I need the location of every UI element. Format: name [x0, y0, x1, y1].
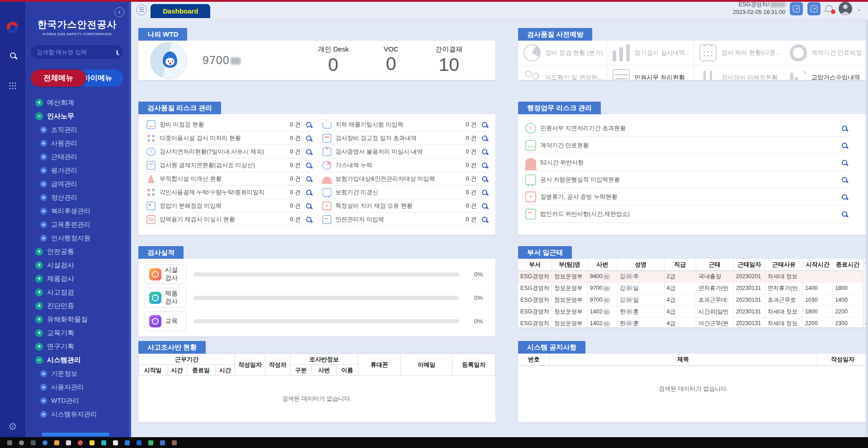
sidebar-menu-item[interactable]: 인사노무 [25, 109, 129, 123]
expand-icon[interactable] [40, 208, 47, 215]
risk-item[interactable]: 민원사무 지연처리기간 초과현황 [525, 120, 847, 137]
magnifier-icon[interactable] [482, 149, 487, 154]
magnifier-icon[interactable] [842, 177, 847, 182]
risk-item[interactable]: 부적합시설 미개선 현황 0 건 [146, 172, 311, 186]
sidebar-menu-item[interactable]: 사용자관리 [25, 380, 129, 394]
expand-icon[interactable] [40, 181, 47, 187]
risk-item[interactable]: 안전관리자 미입력 0 건 [322, 213, 487, 226]
sidebar-menu-item[interactable]: 제품검사 [25, 272, 129, 285]
prevention-tile[interactable]: 검사장비 미배정현황 [694, 65, 784, 80]
sidebar-menu-item[interactable]: 연구기획 [25, 340, 129, 353]
sidebar-menu-item[interactable]: 기준정보 [25, 367, 129, 380]
sidebar-menu-item[interactable]: 진단인증 [25, 299, 129, 313]
taskbar-icon[interactable] [172, 440, 177, 445]
magnifier-icon[interactable] [842, 211, 847, 217]
tab-dashboard[interactable]: Dashboard [151, 4, 210, 18]
sidebar-menu-item[interactable]: 인사행정지원 [25, 231, 129, 245]
magnifier-icon[interactable] [482, 203, 487, 209]
col-header[interactable]: 근태사유 [765, 259, 803, 271]
risk-item[interactable]: 지하 매몰기밀시험 미입력 0 건 [322, 118, 487, 131]
col-header[interactable]: 근태 [696, 259, 733, 271]
gear-icon[interactable]: ⚙ [8, 421, 17, 433]
col-header[interactable]: 근태일자 [733, 259, 765, 271]
magnifier-icon[interactable] [306, 190, 311, 195]
magnifier-icon[interactable] [306, 122, 311, 127]
expand-icon[interactable] [35, 329, 43, 337]
risk-item[interactable]: 법인카드 위반사항(시간,제한업소) [525, 205, 847, 223]
col-header[interactable]: 사번 [587, 259, 617, 271]
risk-item[interactable]: 특정설비 차기 재검 오류 현황 0 건 [322, 199, 487, 213]
taskbar-icon[interactable] [54, 440, 59, 445]
risk-item[interactable]: 가스내역 누락 0 건 [322, 159, 487, 172]
magnifier-icon[interactable] [482, 163, 487, 168]
menu-search-box[interactable] [31, 45, 123, 59]
sidebar-menu-item[interactable]: 평가관리 [25, 163, 129, 177]
prevention-tile[interactable]: 지도확인 및 면담현... [518, 65, 607, 80]
magnifier-icon[interactable] [306, 135, 311, 141]
sidebar-menu-item[interactable]: 교육훈련관리 [25, 218, 129, 231]
expand-icon[interactable] [40, 140, 47, 147]
chevron-down-icon[interactable]: ⌄ [857, 5, 862, 12]
col-header[interactable]: 작성일자 [816, 354, 868, 365]
risk-item[interactable]: 계약기간 만료현황 [525, 137, 847, 154]
hamburger-menu-icon[interactable]: ☰ [136, 5, 147, 15]
prevention-tile[interactable]: 고압가스수입내역 [784, 65, 868, 80]
col-header[interactable]: 시작시간 [802, 259, 832, 271]
notification-bell-icon[interactable] [825, 4, 834, 13]
expand-icon[interactable] [35, 112, 43, 120]
col-header[interactable]: 번호 [518, 354, 550, 365]
taskbar-icon[interactable] [31, 440, 36, 445]
sidebar-collapse-button[interactable]: ‹ [114, 7, 124, 17]
expand-icon[interactable] [35, 99, 43, 107]
expand-icon[interactable] [35, 343, 43, 350]
magnifier-icon[interactable] [482, 190, 487, 195]
taskbar-icon[interactable] [160, 440, 165, 445]
col-header[interactable]: 직급 [664, 259, 696, 271]
performance-category-button[interactable]: 제품검사 [145, 288, 186, 308]
prevention-tile[interactable]: 민원사무 처리현황 [607, 65, 694, 80]
risk-item[interactable]: 52시간 위반사항 [525, 154, 847, 171]
expand-icon[interactable] [35, 356, 43, 364]
expand-icon[interactable] [40, 154, 47, 160]
taskbar-icon[interactable] [66, 440, 71, 445]
magnifier-icon[interactable] [482, 176, 487, 182]
menu-search-input[interactable] [37, 49, 116, 56]
expand-icon[interactable] [40, 370, 47, 377]
expand-icon[interactable] [35, 275, 43, 283]
expand-icon[interactable] [40, 221, 47, 228]
magnifier-icon[interactable] [306, 217, 311, 222]
open-window-button[interactable]: ↗ [790, 2, 803, 15]
sidebar-menu-item[interactable]: 유해화학물질 [25, 313, 129, 326]
magnifier-icon[interactable] [306, 203, 311, 209]
expand-icon[interactable] [40, 411, 47, 418]
sidebar-menu-item[interactable]: 근태관리 [25, 150, 129, 163]
sidebar-scrollbar-thumb[interactable] [42, 433, 109, 436]
sidebar-menu-item[interactable]: 급여관리 [25, 177, 129, 191]
expand-icon[interactable] [35, 261, 43, 269]
sidebar-menu-item[interactable]: 조직관리 [25, 123, 129, 136]
risk-item[interactable]: 질병휴가, 공사 증빙 누락현황 [525, 188, 847, 205]
risk-item[interactable]: 공사 차량운행실적 미입력현황 [525, 171, 847, 188]
expand-icon[interactable] [35, 248, 43, 256]
risk-item[interactable]: 보험기간 미갱신 0 건 [322, 186, 487, 199]
sidebar-menu-item[interactable]: 시스템유지관리 [25, 407, 129, 421]
col-header[interactable]: 종료시간 [833, 259, 863, 271]
magnifier-icon[interactable] [306, 176, 311, 182]
tab-all-menu[interactable]: 전체메뉴 [31, 70, 86, 87]
risk-item[interactable]: 각인사용결재 누락/수량누락/종류미일지 0 건 [146, 186, 311, 199]
col-header[interactable]: 부(팀)명 [552, 259, 588, 271]
wtd-stat[interactable]: 간이결재 10 [433, 45, 465, 75]
magnifier-icon[interactable] [842, 143, 847, 148]
magnifier-icon[interactable] [482, 135, 487, 141]
performance-category-button[interactable]: 시설검사 [145, 264, 186, 284]
sidebar-menu-item[interactable]: 사고점검 [25, 285, 129, 299]
taskbar-icon[interactable] [42, 440, 47, 445]
performance-category-button[interactable]: 교육 [145, 311, 186, 331]
magnifier-icon[interactable] [842, 126, 847, 131]
risk-item[interactable]: 정압기 분해점검 미입력 0 건 [146, 199, 311, 213]
risk-item[interactable]: 검사장비 검교정 일자 초과내역 0 건 [322, 131, 487, 145]
sidebar-menu-item[interactable]: 정산관리 [25, 191, 129, 204]
taskbar-icon[interactable] [19, 440, 24, 445]
expand-icon[interactable] [40, 126, 47, 133]
wtd-stat[interactable]: VOC 0 [375, 45, 407, 75]
